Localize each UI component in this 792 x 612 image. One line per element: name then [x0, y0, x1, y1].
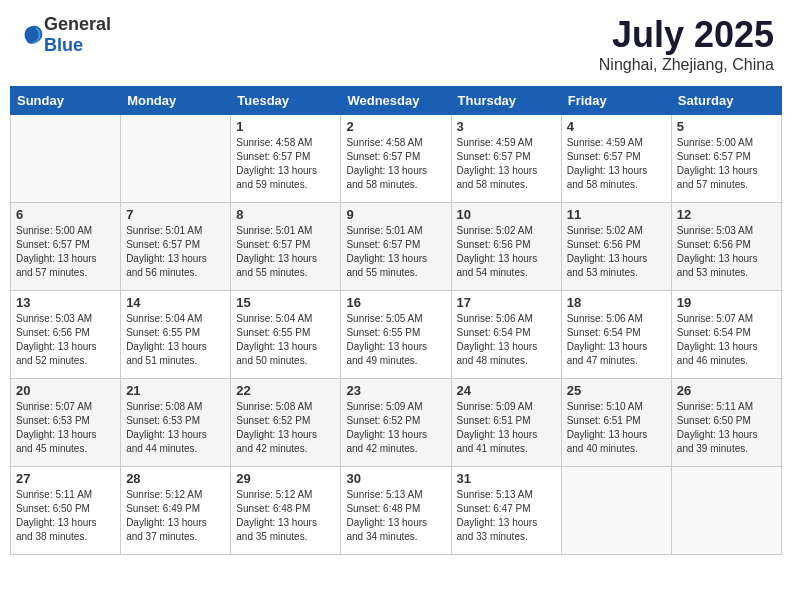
day-cell-w4-d4: 23Sunrise: 5:09 AM Sunset: 6:52 PM Dayli… [341, 379, 451, 467]
day-cell-w1-d1 [11, 115, 121, 203]
day-info: Sunrise: 4:58 AM Sunset: 6:57 PM Dayligh… [236, 136, 335, 192]
header-sunday: Sunday [11, 87, 121, 115]
day-number: 28 [126, 471, 225, 486]
page-header: General Blue July 2025 Ninghai, Zhejiang… [10, 10, 782, 78]
day-info: Sunrise: 4:58 AM Sunset: 6:57 PM Dayligh… [346, 136, 445, 192]
day-number: 17 [457, 295, 556, 310]
day-cell-w2-d1: 6Sunrise: 5:00 AM Sunset: 6:57 PM Daylig… [11, 203, 121, 291]
day-info: Sunrise: 5:13 AM Sunset: 6:47 PM Dayligh… [457, 488, 556, 544]
day-info: Sunrise: 5:05 AM Sunset: 6:55 PM Dayligh… [346, 312, 445, 368]
day-number: 19 [677, 295, 776, 310]
day-info: Sunrise: 5:03 AM Sunset: 6:56 PM Dayligh… [16, 312, 115, 368]
day-cell-w2-d5: 10Sunrise: 5:02 AM Sunset: 6:56 PM Dayli… [451, 203, 561, 291]
day-number: 27 [16, 471, 115, 486]
day-number: 6 [16, 207, 115, 222]
day-cell-w2-d3: 8Sunrise: 5:01 AM Sunset: 6:57 PM Daylig… [231, 203, 341, 291]
day-cell-w5-d1: 27Sunrise: 5:11 AM Sunset: 6:50 PM Dayli… [11, 467, 121, 555]
logo-blue-text: Blue [44, 35, 83, 55]
day-number: 12 [677, 207, 776, 222]
day-info: Sunrise: 5:01 AM Sunset: 6:57 PM Dayligh… [346, 224, 445, 280]
day-cell-w2-d4: 9Sunrise: 5:01 AM Sunset: 6:57 PM Daylig… [341, 203, 451, 291]
day-number: 15 [236, 295, 335, 310]
week-row-4: 20Sunrise: 5:07 AM Sunset: 6:53 PM Dayli… [11, 379, 782, 467]
day-cell-w4-d7: 26Sunrise: 5:11 AM Sunset: 6:50 PM Dayli… [671, 379, 781, 467]
day-info: Sunrise: 5:04 AM Sunset: 6:55 PM Dayligh… [126, 312, 225, 368]
day-number: 10 [457, 207, 556, 222]
header-saturday: Saturday [671, 87, 781, 115]
day-number: 21 [126, 383, 225, 398]
day-number: 23 [346, 383, 445, 398]
day-cell-w5-d7 [671, 467, 781, 555]
day-info: Sunrise: 5:01 AM Sunset: 6:57 PM Dayligh… [236, 224, 335, 280]
day-cell-w2-d2: 7Sunrise: 5:01 AM Sunset: 6:57 PM Daylig… [121, 203, 231, 291]
day-cell-w1-d3: 1Sunrise: 4:58 AM Sunset: 6:57 PM Daylig… [231, 115, 341, 203]
day-number: 4 [567, 119, 666, 134]
day-info: Sunrise: 5:07 AM Sunset: 6:54 PM Dayligh… [677, 312, 776, 368]
day-cell-w2-d6: 11Sunrise: 5:02 AM Sunset: 6:56 PM Dayli… [561, 203, 671, 291]
calendar-title: July 2025 [599, 14, 774, 56]
day-number: 3 [457, 119, 556, 134]
logo-general-text: General [44, 14, 111, 34]
day-cell-w5-d6 [561, 467, 671, 555]
day-cell-w3-d6: 18Sunrise: 5:06 AM Sunset: 6:54 PM Dayli… [561, 291, 671, 379]
header-tuesday: Tuesday [231, 87, 341, 115]
week-row-2: 6Sunrise: 5:00 AM Sunset: 6:57 PM Daylig… [11, 203, 782, 291]
day-cell-w5-d2: 28Sunrise: 5:12 AM Sunset: 6:49 PM Dayli… [121, 467, 231, 555]
title-block: July 2025 Ninghai, Zhejiang, China [599, 14, 774, 74]
day-cell-w1-d4: 2Sunrise: 4:58 AM Sunset: 6:57 PM Daylig… [341, 115, 451, 203]
day-info: Sunrise: 5:08 AM Sunset: 6:52 PM Dayligh… [236, 400, 335, 456]
header-friday: Friday [561, 87, 671, 115]
day-number: 25 [567, 383, 666, 398]
day-cell-w1-d6: 4Sunrise: 4:59 AM Sunset: 6:57 PM Daylig… [561, 115, 671, 203]
day-cell-w5-d5: 31Sunrise: 5:13 AM Sunset: 6:47 PM Dayli… [451, 467, 561, 555]
day-number: 30 [346, 471, 445, 486]
day-info: Sunrise: 5:06 AM Sunset: 6:54 PM Dayligh… [567, 312, 666, 368]
day-info: Sunrise: 5:11 AM Sunset: 6:50 PM Dayligh… [16, 488, 115, 544]
day-number: 11 [567, 207, 666, 222]
header-monday: Monday [121, 87, 231, 115]
day-number: 8 [236, 207, 335, 222]
day-cell-w5-d4: 30Sunrise: 5:13 AM Sunset: 6:48 PM Dayli… [341, 467, 451, 555]
logo-icon [20, 23, 44, 47]
day-info: Sunrise: 5:04 AM Sunset: 6:55 PM Dayligh… [236, 312, 335, 368]
day-cell-w1-d5: 3Sunrise: 4:59 AM Sunset: 6:57 PM Daylig… [451, 115, 561, 203]
week-row-5: 27Sunrise: 5:11 AM Sunset: 6:50 PM Dayli… [11, 467, 782, 555]
day-number: 1 [236, 119, 335, 134]
day-info: Sunrise: 5:03 AM Sunset: 6:56 PM Dayligh… [677, 224, 776, 280]
day-info: Sunrise: 5:09 AM Sunset: 6:52 PM Dayligh… [346, 400, 445, 456]
day-info: Sunrise: 5:01 AM Sunset: 6:57 PM Dayligh… [126, 224, 225, 280]
header-thursday: Thursday [451, 87, 561, 115]
day-info: Sunrise: 5:00 AM Sunset: 6:57 PM Dayligh… [677, 136, 776, 192]
day-info: Sunrise: 4:59 AM Sunset: 6:57 PM Dayligh… [457, 136, 556, 192]
day-cell-w3-d1: 13Sunrise: 5:03 AM Sunset: 6:56 PM Dayli… [11, 291, 121, 379]
week-row-1: 1Sunrise: 4:58 AM Sunset: 6:57 PM Daylig… [11, 115, 782, 203]
day-number: 7 [126, 207, 225, 222]
day-number: 9 [346, 207, 445, 222]
day-info: Sunrise: 5:08 AM Sunset: 6:53 PM Dayligh… [126, 400, 225, 456]
day-cell-w5-d3: 29Sunrise: 5:12 AM Sunset: 6:48 PM Dayli… [231, 467, 341, 555]
day-info: Sunrise: 5:10 AM Sunset: 6:51 PM Dayligh… [567, 400, 666, 456]
day-info: Sunrise: 5:13 AM Sunset: 6:48 PM Dayligh… [346, 488, 445, 544]
day-number: 29 [236, 471, 335, 486]
day-info: Sunrise: 5:00 AM Sunset: 6:57 PM Dayligh… [16, 224, 115, 280]
day-cell-w1-d2 [121, 115, 231, 203]
day-info: Sunrise: 5:09 AM Sunset: 6:51 PM Dayligh… [457, 400, 556, 456]
day-number: 14 [126, 295, 225, 310]
day-cell-w4-d3: 22Sunrise: 5:08 AM Sunset: 6:52 PM Dayli… [231, 379, 341, 467]
day-info: Sunrise: 5:07 AM Sunset: 6:53 PM Dayligh… [16, 400, 115, 456]
day-number: 5 [677, 119, 776, 134]
day-number: 13 [16, 295, 115, 310]
day-cell-w4-d5: 24Sunrise: 5:09 AM Sunset: 6:51 PM Dayli… [451, 379, 561, 467]
day-cell-w3-d5: 17Sunrise: 5:06 AM Sunset: 6:54 PM Dayli… [451, 291, 561, 379]
day-info: Sunrise: 5:06 AM Sunset: 6:54 PM Dayligh… [457, 312, 556, 368]
day-number: 31 [457, 471, 556, 486]
calendar-location: Ninghai, Zhejiang, China [599, 56, 774, 74]
weekday-header-row: Sunday Monday Tuesday Wednesday Thursday… [11, 87, 782, 115]
day-cell-w3-d2: 14Sunrise: 5:04 AM Sunset: 6:55 PM Dayli… [121, 291, 231, 379]
header-wednesday: Wednesday [341, 87, 451, 115]
day-info: Sunrise: 5:02 AM Sunset: 6:56 PM Dayligh… [457, 224, 556, 280]
day-number: 24 [457, 383, 556, 398]
day-cell-w4-d6: 25Sunrise: 5:10 AM Sunset: 6:51 PM Dayli… [561, 379, 671, 467]
week-row-3: 13Sunrise: 5:03 AM Sunset: 6:56 PM Dayli… [11, 291, 782, 379]
day-cell-w4-d1: 20Sunrise: 5:07 AM Sunset: 6:53 PM Dayli… [11, 379, 121, 467]
